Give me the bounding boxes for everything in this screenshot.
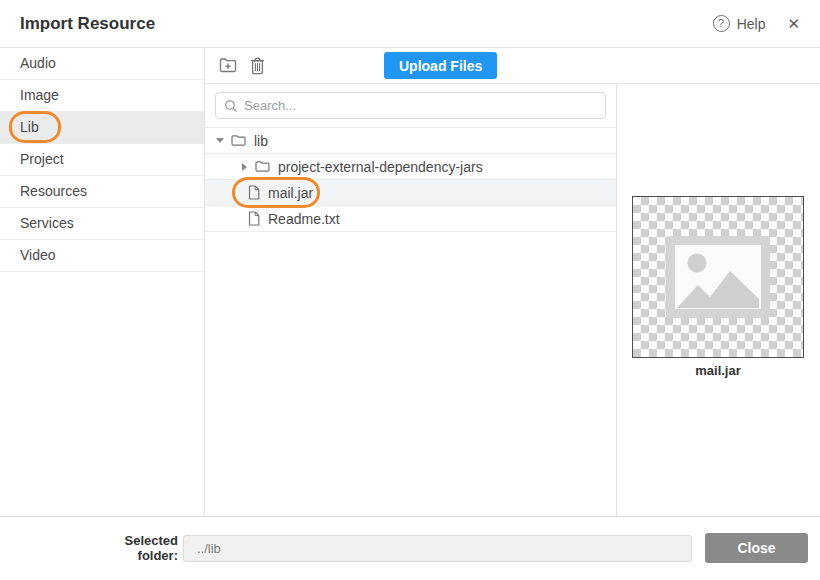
content-row: lib project-external-dependency-jars [205, 84, 820, 516]
tree-row-label: Readme.txt [268, 211, 340, 227]
trash-icon [250, 57, 265, 75]
search-icon [224, 99, 238, 113]
search-box [215, 92, 606, 119]
sidebar-item-label: Audio [20, 55, 56, 71]
preview-tile[interactable]: mail.jar [632, 196, 804, 378]
sidebar-item-label: Services [20, 215, 74, 231]
import-resource-dialog: Import Resource ? Help ✕ Audio Image Lib… [0, 0, 820, 580]
selected-folder-input[interactable] [183, 535, 692, 562]
sidebar-item-label: Image [20, 87, 59, 103]
close-button[interactable]: Close [705, 533, 808, 563]
add-folder-button[interactable] [218, 57, 238, 74]
folder-icon [231, 134, 246, 147]
file-tree: lib project-external-dependency-jars [205, 127, 616, 232]
dialog-footer: Selected folder: Close [0, 517, 820, 579]
preview-caption: mail.jar [632, 363, 804, 378]
file-icon [248, 211, 260, 226]
dialog-header: Import Resource ? Help ✕ [0, 0, 820, 48]
tree-row-lib[interactable]: lib [205, 128, 616, 154]
add-folder-icon [218, 57, 238, 74]
help-icon[interactable]: ? [713, 15, 730, 32]
tree-row-label: project-external-dependency-jars [278, 159, 483, 175]
folder-icon [255, 160, 270, 173]
file-icon [248, 185, 260, 200]
tree-row-label: mail.jar [268, 185, 313, 201]
tree-row-label: lib [254, 133, 268, 149]
sidebar-item-label: Project [20, 151, 64, 167]
dialog-body: Audio Image Lib Project Resources Servic… [0, 48, 820, 517]
header-actions: ? Help ✕ [713, 15, 800, 32]
upload-files-button[interactable]: Upload Files [384, 52, 497, 79]
tree-row-readme-txt[interactable]: Readme.txt [205, 206, 616, 232]
sidebar-item-resources[interactable]: Resources [0, 176, 204, 208]
sidebar-item-image[interactable]: Image [0, 80, 204, 112]
category-sidebar: Audio Image Lib Project Resources Servic… [0, 48, 205, 516]
chevron-down-icon[interactable] [214, 138, 226, 143]
page-title: Import Resource [20, 14, 155, 34]
sidebar-item-audio[interactable]: Audio [0, 48, 204, 80]
transparency-checkerboard [632, 196, 804, 358]
sidebar-item-project[interactable]: Project [0, 144, 204, 176]
delete-button[interactable] [250, 57, 265, 75]
sidebar-item-label: Resources [20, 183, 87, 199]
sidebar-item-video[interactable]: Video [0, 240, 204, 272]
search-input[interactable] [244, 98, 597, 113]
file-tree-panel: lib project-external-dependency-jars [205, 84, 617, 516]
file-toolbar: Upload Files [205, 48, 820, 84]
main-area: Upload Files [205, 48, 820, 516]
close-icon[interactable]: ✕ [787, 16, 800, 31]
sidebar-item-lib[interactable]: Lib [0, 112, 204, 144]
tree-row-mail-jar[interactable]: mail.jar [205, 180, 616, 206]
tree-row-project-external-dependency-jars[interactable]: project-external-dependency-jars [205, 154, 616, 180]
chevron-right-icon[interactable] [238, 163, 250, 171]
help-link[interactable]: Help [737, 16, 766, 32]
sidebar-item-label: Video [20, 247, 56, 263]
sidebar-item-services[interactable]: Services [0, 208, 204, 240]
sidebar-item-label: Lib [20, 119, 39, 135]
selected-folder-label: Selected folder: [83, 533, 178, 563]
image-placeholder-icon [666, 236, 770, 318]
preview-panel: mail.jar [617, 84, 820, 516]
